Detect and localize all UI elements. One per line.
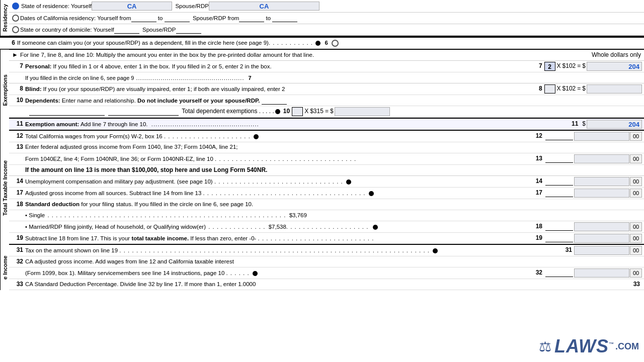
residency-side-label: Residency [0,0,9,36]
line33-num: 33 [11,281,23,289]
line14-text: Unemployment compensation and military p… [25,178,534,186]
line17-row: 17 Adjusted gross income from all source… [9,188,644,199]
spouse-to-field[interactable] [272,14,297,22]
line14-amount[interactable] [574,177,629,186]
line32-dot [253,271,258,276]
line13-w2[interactable] [545,155,573,163]
line17-w2[interactable] [545,189,573,197]
line13-warning-row: If the amount on line 13 is more than $1… [9,165,644,176]
line7-rate: $102 [562,62,576,70]
line7-box[interactable]: 2 [544,62,555,71]
line13-amount[interactable] [574,154,629,163]
radio-dates[interactable] [12,15,19,22]
line31-row: 31 Tax on the amount shown on line 19 . … [9,245,644,256]
line14-w2[interactable] [545,177,573,186]
line7-amount[interactable]: 204 [587,62,642,71]
line33-ref: 33 [633,281,640,289]
line14-dot [346,179,351,185]
exemptions-header-row: ► For line 7, line 8, and line 10: Multi… [9,50,644,61]
line7-sub-ref: 7 [248,74,251,81]
arrow-icon: ► [12,51,18,59]
line8-amount[interactable] [587,84,642,94]
line19-text: Subtract line 18 from line 17. This is y… [25,235,534,242]
line10-box[interactable] [292,107,303,116]
line33-row: 33 CA Standard Deduction Percentage. Div… [9,279,644,290]
residency-text3: State or country of domicile: Yourself [20,27,114,33]
yourself-domicile-field[interactable] [114,26,139,34]
line6-circle[interactable] [332,40,339,47]
line11-ref: 11 [572,120,578,128]
line12-cents: 00 [630,132,642,141]
line31-text: Tax on the amount shown on line 19 . . .… [25,247,564,254]
line7-row: 7 Personal: If you filled in 1 or 4 abov… [9,61,644,72]
line8-rate: $102 [562,85,576,93]
line10-rate: $315 [310,108,324,116]
line12-text: Total California wages from your Form(s)… [25,133,534,140]
line17-dot [369,191,374,196]
line6-row: 6 If someone can claim you (or your spou… [0,37,644,50]
line32-amount[interactable] [574,268,629,278]
line18-single-row: • Single . . . . . . . . . . . . . . . .… [9,210,644,221]
line8-box[interactable] [544,84,555,94]
line6-text: If someone can claim you (or your spouse… [17,39,641,47]
line18-ref: 18 [536,223,542,231]
line19-cents: 00 [630,234,642,243]
laws-com: .COM [615,341,639,352]
line32-w2[interactable] [545,269,573,277]
line11-row: 11 Exemption amount: Add line 7 through … [9,118,644,131]
line31-dot [433,248,438,253]
line10-rel[interactable] [108,108,179,116]
line31-cents: 00 [630,246,642,255]
radio-filled[interactable] [12,3,19,10]
line8-text: Blind: If you (or your spouse/RDP) are v… [25,85,537,93]
line12-amount[interactable] [574,132,629,141]
line32-text: CA adjusted gross income. Add wages from… [25,258,642,265]
taxable-income-side-label: Total Taxable Income [0,131,9,245]
yourself-from-field[interactable] [131,14,156,22]
line10-amount[interactable] [335,107,390,116]
line19-amount[interactable] [574,234,629,243]
line12-num: 12 [11,132,23,140]
line32-text2: (Form 1099, box 1). Military servicememb… [25,269,534,277]
line13-text: Enter federal adjusted gross income from… [25,143,642,151]
line13-cents: 00 [630,154,642,163]
line13-row2: Form 1040EZ, line 4; Form 1040NR, line 3… [9,153,644,165]
radio-domicile[interactable] [12,26,19,33]
residency-row1: State of residence: Yourself CA Spouse/R… [9,0,644,13]
line17-amount[interactable] [574,189,629,198]
to1: to [158,15,163,21]
spouse-state-box[interactable]: CA [209,2,319,11]
line11-amount[interactable]: 204 [587,120,642,129]
line18-w2[interactable] [545,223,573,231]
line13-text2: Form 1040EZ, line 4; Form 1040NR, line 3… [25,155,534,163]
to2: to [266,15,271,21]
yourself-to-field[interactable] [165,14,190,22]
line18-married-row: • Married/RDP filing jointly, Head of ho… [9,221,644,233]
tax-income-side-label: e Income [0,245,9,290]
spouse-domicile-field[interactable] [176,26,201,34]
line8-equals: = [577,85,581,93]
line10-name2[interactable] [29,108,105,116]
line18-row: 18 Standard deduction for your filing st… [9,199,644,210]
line31-num: 31 [11,246,23,254]
residency-text1: State of residence: Yourself [21,3,92,9]
line10-name1[interactable] [262,97,287,105]
exemptions-section: Exemptions ► For line 7, line 8, and lin… [0,50,644,131]
line32-row1: 32 CA adjusted gross income. Add wages f… [9,256,644,267]
line13-warning: If the amount on line 13 is more than $1… [25,166,267,174]
residency-text2: Dates of California residency: Yourself … [20,15,131,21]
line12-w2[interactable] [545,132,573,140]
line18-amount[interactable] [574,222,629,231]
line7-num: 7 [11,62,23,70]
form-content: Residency State of residence: Yourself C… [0,0,644,362]
line19-ref: 19 [536,234,542,242]
spouse-from-field[interactable] [239,14,264,22]
line11-num: 11 [11,120,23,128]
line19-num: 19 [11,234,23,242]
line19-w2[interactable] [545,234,573,242]
laws-logo: LAWS™ [554,336,614,357]
line7-sub-text: If you filled in the circle on line 6, s… [25,74,134,81]
line18-cents: 00 [630,222,642,231]
yourself-state-box[interactable]: CA [92,2,172,11]
line31-amount[interactable] [574,246,629,255]
